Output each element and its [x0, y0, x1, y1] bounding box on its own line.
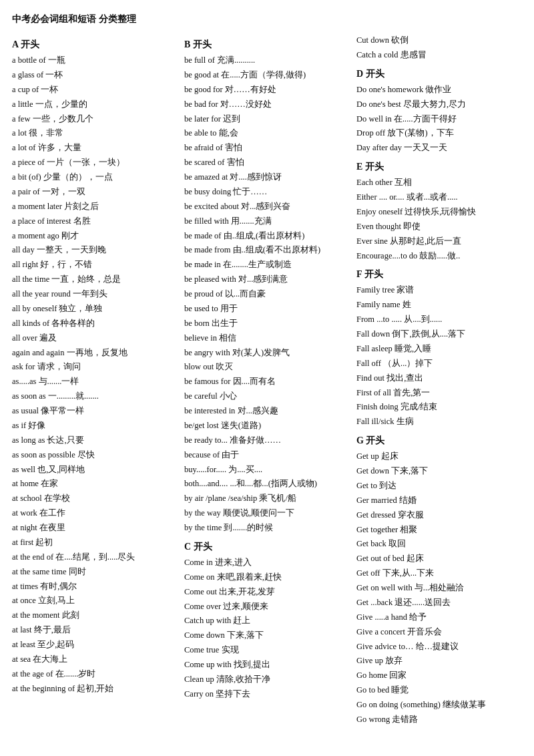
entry-chinese: 很，非常	[29, 128, 63, 138]
list-item: because of 由于	[184, 448, 350, 463]
list-item: at last 终于,最后	[12, 623, 178, 638]
entry-chinese: 下来,从...下来	[382, 568, 435, 578]
entry-english: at last	[12, 625, 34, 634]
list-item: Do one's homework 做作业	[356, 83, 522, 98]
list-item: by air /plane /sea/ship 乘飞机/船	[184, 492, 350, 506]
entry-english: be made from	[184, 245, 233, 254]
entry-english: Get together	[356, 525, 400, 534]
entry-chinese: 在....结尾，到.....尽头	[55, 552, 135, 562]
section-header: C 开头	[184, 541, 350, 553]
entry-english: Fall ill/sick	[356, 417, 396, 426]
entry-chinese: 退还......送回去	[394, 598, 451, 607]
entry-english: Family name	[356, 300, 403, 309]
entry-chinese: 取回	[388, 539, 406, 548]
list-item: be proud of 以...而自豪	[184, 287, 350, 302]
entry-chinese: 继续做某事	[443, 700, 486, 709]
list-item: Encourage....to do 鼓励.....做..	[356, 249, 522, 264]
entry-english: Clean up	[184, 675, 216, 684]
entry-english: at work	[12, 508, 39, 518]
entry-english: be good at	[184, 70, 221, 79]
entry-english: Come down	[184, 630, 227, 640]
entry-chinese: 为....买....	[228, 465, 262, 474]
entry-english: all over	[12, 333, 39, 343]
list-item: Day after day 一天又一天	[356, 141, 522, 156]
list-item: at work 在工作	[12, 506, 178, 521]
list-item: Get on well with 与...相处融洽	[356, 581, 522, 596]
entry-chinese: 坚持下去	[216, 689, 250, 699]
entry-english: as soon as	[12, 391, 48, 401]
list-item: be afraid of 害怕	[184, 141, 350, 156]
entry-english: be filled with	[184, 216, 231, 226]
entry-chinese: 有时,偶尔	[40, 582, 77, 591]
entry-chinese: 放弃	[385, 656, 403, 665]
list-item: Each other 互相	[356, 176, 522, 190]
list-item: Fall down 倒下,跌倒,从....落下	[356, 327, 522, 342]
list-item: at the age of 在.......岁时	[12, 667, 178, 682]
list-item: all by oneself 独立，单独	[12, 302, 178, 317]
entry-chinese: 一.........就.......	[48, 391, 99, 401]
entry-english: Get out of bed	[356, 554, 407, 563]
entry-english: at the moment	[12, 610, 62, 620]
entry-english: Go wrong	[356, 715, 392, 724]
entry-chinese: 走错路	[392, 715, 418, 724]
entry-english: Come in	[184, 558, 215, 567]
list-item: First of all 首先,第一	[356, 386, 522, 401]
list-item: at first 起初	[12, 536, 178, 550]
list-item: be interested in 对...感兴趣	[184, 404, 350, 419]
entry-chinese: 独立，单独	[59, 304, 102, 313]
entry-chinese: 给…提建议	[416, 642, 459, 651]
list-item: Go on doing (something) 继续做某事	[356, 698, 522, 713]
entry-chinese: 一瓶	[48, 55, 65, 65]
list-item: all the time 一直，始终，总是	[12, 272, 178, 287]
entry-english: by the time	[184, 523, 224, 532]
entry-chinese: 顺便说,顺便问一下	[223, 508, 294, 518]
entry-english: as well	[12, 465, 37, 474]
list-item: at times 有时,偶尔	[12, 580, 178, 594]
main-columns: A 开头a bottle of 一瓶a glass of 一杯a cup of …	[12, 33, 522, 727]
list-item: Do one's best 尽最大努力,尽力	[356, 98, 522, 112]
entry-chinese: 出来,开花,发芽	[219, 587, 275, 596]
list-item: a little 一点，少量的	[12, 98, 178, 112]
entry-chinese: 小心	[220, 391, 237, 401]
entry-english: From ...to .....	[356, 315, 404, 324]
list-item: Catch a cold 患感冒	[356, 48, 522, 63]
entry-english: all day	[12, 245, 37, 254]
entry-english: Get down	[356, 466, 391, 476]
entry-english: Give .....a hand	[356, 612, 409, 622]
entry-chinese: 一杯	[41, 85, 58, 94]
entry-english: be careful	[184, 391, 220, 401]
entry-english: Go home	[356, 671, 389, 680]
entry-english: Get up	[356, 451, 381, 461]
list-item: Get ...back 退还......送回去	[356, 596, 522, 610]
list-item: Family tree 家谱	[356, 283, 522, 298]
entry-english: be ready to...	[184, 435, 230, 445]
entry-chinese: 生病	[396, 417, 414, 426]
entry-english: a glass of	[12, 70, 45, 79]
entry-chinese: 在........生产或制造	[223, 260, 292, 269]
entry-chinese: 起初,开始	[77, 684, 113, 693]
entry-english: Come up with	[184, 660, 234, 669]
entry-english: at times	[12, 582, 40, 591]
list-item: Get down 下来,落下	[356, 464, 522, 479]
section-header: B 开头	[184, 39, 350, 51]
entry-english: Get to	[356, 481, 379, 490]
entry-chinese: 名胜	[73, 216, 91, 226]
entry-english: be good for	[184, 85, 225, 94]
entry-english: Do one's homework	[356, 85, 425, 94]
entry-english: all by oneself	[12, 304, 59, 313]
entry-english: at least	[12, 640, 37, 649]
entry-english: be bad for	[184, 100, 220, 109]
list-item: be made of 由..组成,(看出原材料)	[184, 229, 350, 244]
list-item: Come true 实现	[184, 643, 350, 658]
entry-chinese: 在学校	[44, 494, 70, 503]
entry-english: Enjoy oneself	[356, 207, 405, 216]
entry-english: a moment later	[12, 202, 64, 211]
list-item: blow out 吹灭	[184, 360, 350, 375]
entry-english: Come on	[184, 572, 217, 582]
list-item: Come on 来吧,跟着来,赶快	[184, 570, 350, 585]
entry-chinese: 倒下,跌倒,从....落下	[392, 329, 465, 339]
entry-chinese: 与...相处融洽	[415, 583, 464, 592]
entry-english: Cut down	[356, 35, 391, 45]
list-item: be careful 小心	[184, 389, 350, 404]
list-item: be ready to... 准备好做……	[184, 433, 350, 448]
